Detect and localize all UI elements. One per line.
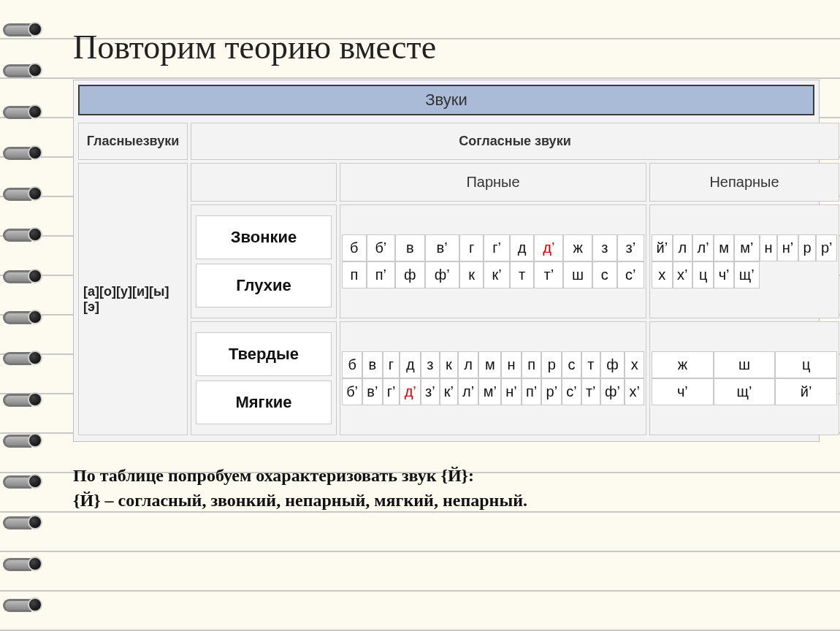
sound-cell: т’ — [581, 378, 600, 405]
sound-cell: в — [362, 351, 382, 378]
group1-unpaired-table: й’лл’мм’нн’рр’хх’цч’щ’ — [652, 234, 837, 288]
sound-cell: ф’ — [600, 378, 625, 405]
header-unpaired: Непарные — [649, 163, 839, 202]
sound-cell: ф’ — [425, 261, 459, 288]
sound-cell: г’ — [484, 234, 509, 261]
sound-cell: й’ — [775, 378, 837, 405]
sound-cell: ж — [563, 234, 592, 261]
header-vowels: Гласныезвуки — [78, 123, 188, 160]
sound-cell: н — [501, 351, 522, 378]
sound-cell: ф — [600, 351, 625, 378]
sound-cell: к’ — [440, 378, 458, 405]
footer-line-1: По таблице попробуем охарактеризовать зв… — [73, 464, 820, 489]
sound-cell: й’ — [652, 234, 673, 261]
sound-cell: х’ — [625, 378, 644, 405]
footer-line-2: {Й} – согласный, звонкий, непарный, мягк… — [73, 489, 820, 513]
sound-cell: п’ — [367, 261, 396, 288]
slide-content: Повторим теорию вместе Звуки Гласныезвук… — [51, 0, 834, 631]
sound-cell: с — [562, 351, 581, 378]
sound-cell: м — [478, 351, 501, 378]
label-soft: Мягкие — [196, 380, 332, 424]
sound-cell: д’ — [400, 378, 420, 405]
sound-cell: х — [625, 351, 644, 378]
sound-cell: с’ — [562, 378, 581, 405]
sound-cell: м — [714, 234, 734, 261]
spiral-binding — [0, 0, 44, 631]
sound-cell: р — [798, 234, 817, 261]
group2-paired-table: бвгдзклмнпрстфхб’в’г’д’з’к’л’м’н’п’р’с’т… — [342, 351, 644, 405]
sound-cell: ч’ — [714, 261, 734, 288]
spacer-cell — [191, 163, 337, 202]
sound-cell: р’ — [816, 234, 837, 261]
sound-cell: в’ — [425, 234, 459, 261]
sound-cell: щ’ — [714, 378, 776, 405]
sound-cell: б’ — [367, 234, 396, 261]
sound-cell: г — [459, 234, 484, 261]
sound-cell: х — [652, 261, 673, 288]
group1-unpaired: й’лл’мм’нн’рр’хх’цч’щ’ — [649, 204, 839, 318]
group2-labels: Твердые Мягкие — [191, 321, 337, 435]
group1-paired-table: бб’вв’гг’дд’жзз’пп’фф’кк’тт’шсс’ — [342, 234, 644, 288]
sound-cell: п’ — [522, 378, 542, 405]
group1-labels: Звонкие Глухие — [191, 204, 337, 318]
sound-cell: г — [383, 351, 400, 378]
page-title: Повторим теорию вместе — [73, 28, 820, 66]
sound-cell: с’ — [617, 261, 644, 288]
sound-cell: ш — [714, 351, 776, 378]
sound-cell: д’ — [534, 234, 563, 261]
sound-cell: ч’ — [652, 378, 714, 405]
sound-cell: щ’ — [734, 261, 760, 288]
sound-cell: с — [592, 261, 617, 288]
sound-cell: м’ — [478, 378, 501, 405]
sound-cell: м’ — [734, 234, 760, 261]
sound-cell: л — [673, 234, 692, 261]
sound-cell: д — [510, 234, 535, 261]
group1-paired: бб’вв’гг’дд’жзз’пп’фф’кк’тт’шсс’ — [340, 204, 646, 318]
sound-cell: р’ — [541, 378, 562, 405]
group2-unpaired-table: жшцч’щ’й’ — [652, 351, 837, 405]
sound-cell: т’ — [534, 261, 563, 288]
sound-cell: н’ — [777, 234, 798, 261]
sound-cell: л’ — [692, 234, 714, 261]
sound-cell: г’ — [383, 378, 400, 405]
sound-cell: ф — [395, 261, 424, 288]
sound-cell: к — [459, 261, 484, 288]
sound-cell: х’ — [673, 261, 692, 288]
sound-cell: з’ — [421, 378, 440, 405]
label-voiceless: Глухие — [196, 264, 332, 307]
sound-cell: ц — [775, 351, 837, 378]
sound-cell: т — [510, 261, 535, 288]
sound-cell: ж — [652, 351, 714, 378]
sound-cell: ц — [692, 261, 714, 288]
sound-cell: т — [581, 351, 600, 378]
sound-cell: к — [440, 351, 458, 378]
label-voiced: Звонкие — [196, 215, 332, 259]
sound-cell: п — [522, 351, 542, 378]
sound-cell: з — [592, 234, 617, 261]
sound-cell: н’ — [501, 378, 522, 405]
vowels-list: [а][о][у][и][ы][э] — [78, 163, 188, 435]
sound-cell: б’ — [342, 378, 362, 405]
table-banner: Звуки — [78, 85, 814, 115]
footer-text: По таблице попробуем охарактеризовать зв… — [73, 464, 820, 513]
sound-cell: з’ — [617, 234, 644, 261]
sound-cell: в — [395, 234, 424, 261]
group2-unpaired: жшцч’щ’й’ — [649, 321, 839, 435]
sound-cell: д — [400, 351, 420, 378]
sound-cell: в’ — [362, 378, 382, 405]
header-paired: Парные — [340, 163, 646, 202]
sound-cell: б — [342, 234, 367, 261]
sound-cell: п — [342, 261, 367, 288]
sound-cell: к’ — [484, 261, 509, 288]
label-hard: Твердые — [196, 332, 332, 376]
sound-cell: н — [760, 234, 778, 261]
sound-cell: л — [458, 351, 478, 378]
sounds-table: Звуки Гласныезвуки Согласные звуки [а][о… — [73, 80, 820, 442]
sound-cell: б — [342, 351, 362, 378]
sound-cell: р — [541, 351, 562, 378]
sound-cell: л’ — [458, 378, 478, 405]
group2-paired: бвгдзклмнпрстфхб’в’г’д’з’к’л’м’н’п’р’с’т… — [340, 321, 646, 435]
header-consonants: Согласные звуки — [191, 123, 839, 160]
sound-cell: з — [421, 351, 440, 378]
sound-cell: ш — [563, 261, 592, 288]
